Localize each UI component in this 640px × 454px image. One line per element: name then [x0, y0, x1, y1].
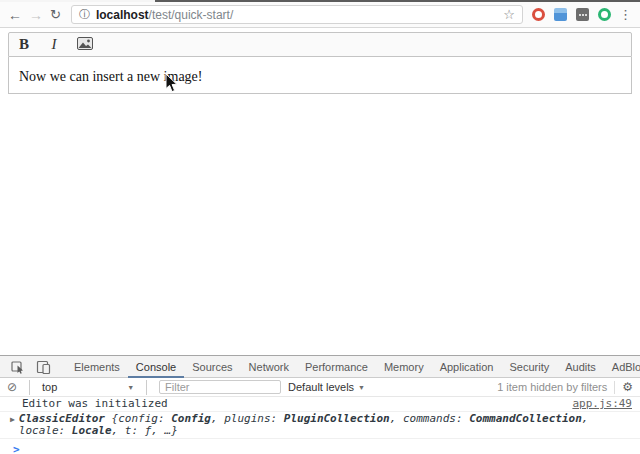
devtools-tab-network[interactable]: Network — [241, 356, 297, 378]
forward-icon[interactable]: → — [29, 8, 43, 22]
editor-content-area[interactable]: Now we can insert a new image! — [8, 57, 632, 94]
chevron-down-icon: ▼ — [358, 384, 365, 391]
gray-dots-extension-icon[interactable] — [576, 8, 589, 21]
mouse-cursor-icon — [165, 73, 178, 93]
browser-toolbar: ← → ↻ ⓘ localhost/test/quick-start/ ☆ ⋮ — [0, 2, 640, 28]
blue-window-extension-icon[interactable] — [554, 8, 567, 21]
devtools-tab-audits[interactable]: Audits — [557, 356, 604, 378]
gear-separator — [614, 381, 615, 394]
clear-console-icon[interactable]: ⊘ — [7, 380, 17, 394]
console-object-preview: ClassicEditor {config: Config, plugins: … — [19, 413, 632, 437]
chevron-down-icon: ▼ — [127, 384, 134, 391]
devtools-panel: ElementsConsoleSourcesNetworkPerformance… — [0, 355, 640, 454]
inspect-element-icon[interactable] — [6, 360, 31, 374]
devtools-tabbar: ElementsConsoleSourcesNetworkPerformance… — [0, 356, 640, 378]
console-settings-gear-icon[interactable]: ⚙ — [622, 380, 633, 394]
bookmark-star-icon[interactable]: ☆ — [503, 7, 515, 22]
reload-icon[interactable]: ↻ — [50, 8, 61, 21]
tab-strip-background — [155, 0, 640, 2]
console-toolbar-separator — [29, 380, 30, 395]
bold-button[interactable]: B — [17, 37, 31, 52]
insert-image-button[interactable] — [77, 37, 93, 53]
url-host: localhost — [96, 8, 149, 22]
levels-label: Default levels — [288, 381, 354, 393]
devtools-tab-elements[interactable]: Elements — [66, 356, 128, 378]
url-path: /test/quick-start/ — [149, 8, 234, 22]
console-message-text: Editor was initialized — [22, 398, 168, 410]
back-icon[interactable]: ← — [8, 8, 22, 22]
console-message-object[interactable]: ▶ ClassicEditor {config: Config, plugins… — [0, 412, 640, 439]
image-icon — [77, 37, 93, 50]
italic-button[interactable]: I — [47, 37, 61, 52]
devtools-tab-application[interactable]: Application — [432, 356, 502, 378]
page-info-icon[interactable]: ⓘ — [79, 7, 90, 22]
execution-context-dropdown[interactable]: top ▼ — [42, 381, 134, 393]
preview-segment: CommandCollection — [469, 412, 582, 425]
devtools-tabs: ElementsConsoleSourcesNetworkPerformance… — [66, 356, 640, 378]
address-bar[interactable]: ⓘ localhost/test/quick-start/ ☆ — [71, 5, 523, 24]
devtools-tab-sources[interactable]: Sources — [184, 356, 240, 378]
active-tab-edge — [0, 0, 155, 2]
tab-strip — [0, 0, 640, 2]
rich-text-editor: B I Now we can insert a new image! — [8, 32, 632, 94]
prompt-chevron-icon: > — [13, 443, 20, 454]
url-text: localhost/test/quick-start/ — [96, 8, 233, 22]
devtools-tab-console[interactable]: Console — [128, 356, 184, 378]
console-toolbar-separator2 — [146, 380, 147, 395]
console-message-init: Editor was initialized app.js:49 — [0, 397, 640, 412]
disclosure-triangle-icon[interactable]: ▶ — [10, 414, 15, 426]
preview-segment: PluginCollection — [284, 412, 390, 425]
hidden-items-note: 1 item hidden by filters — [497, 381, 607, 393]
devtools-tab-performance[interactable]: Performance — [297, 356, 376, 378]
source-link[interactable]: app.js:49 — [572, 398, 632, 410]
context-selected-label: top — [42, 381, 57, 393]
extension-icons — [532, 8, 611, 21]
log-levels-dropdown[interactable]: Default levels ▼ — [288, 381, 365, 393]
console-toolbar: ⊘ top ▼ Default levels ▼ 1 item hidden b… — [0, 378, 640, 397]
devtools-tab-adblock[interactable]: AdBlock — [604, 356, 640, 378]
green-ring-extension-icon[interactable] — [598, 8, 611, 21]
console-prompt[interactable]: > — [0, 439, 640, 454]
editor-toolbar: B I — [8, 32, 632, 57]
console-messages: Editor was initialized app.js:49 ▶ Class… — [0, 397, 640, 454]
preview-segment: , …} — [151, 424, 178, 437]
preview-segment: , t: — [112, 424, 145, 437]
devtools-tab-security[interactable]: Security — [501, 356, 557, 378]
preview-segment: , commands: — [390, 412, 469, 425]
browser-menu-icon[interactable]: ⋮ — [619, 7, 632, 22]
devtools-tab-memory[interactable]: Memory — [376, 356, 432, 378]
preview-segment: Locale — [72, 424, 112, 437]
red-ring-extension-icon[interactable] — [532, 8, 545, 21]
console-filter-input[interactable] — [159, 380, 281, 394]
device-toolbar-icon[interactable] — [31, 360, 56, 374]
preview-segment: , plugins: — [211, 412, 284, 425]
page-content: B I Now we can insert a new image! — [0, 32, 640, 359]
